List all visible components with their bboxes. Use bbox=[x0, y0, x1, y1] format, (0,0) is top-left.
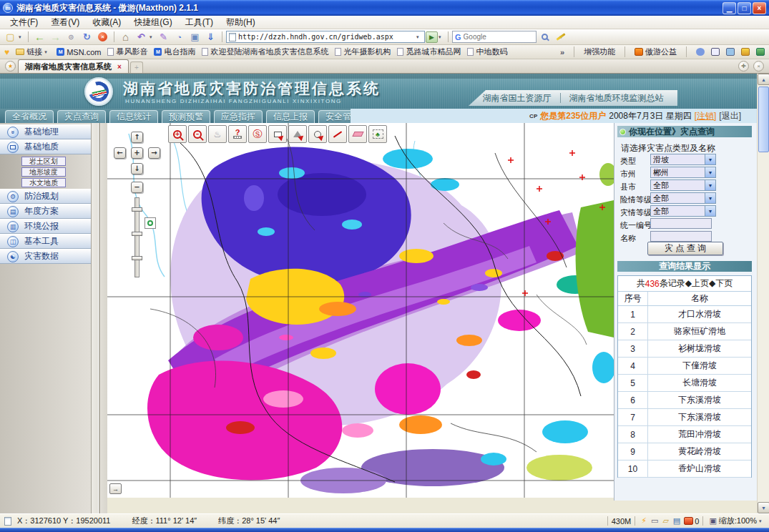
refresh-icon[interactable]: ↻ bbox=[79, 31, 94, 44]
map-scroll-right-button[interactable]: → bbox=[109, 483, 122, 494]
chevron-down-icon[interactable]: ▼ bbox=[705, 179, 716, 191]
chevron-down-icon[interactable]: ▼ bbox=[705, 192, 716, 204]
url-input[interactable] bbox=[238, 33, 414, 41]
search-box[interactable]: G ▾ bbox=[452, 31, 537, 43]
exit-link[interactable]: [退出] bbox=[719, 110, 741, 122]
eraser-tool[interactable] bbox=[348, 125, 367, 143]
zoom-dropdown-icon[interactable]: ▾ bbox=[759, 518, 765, 524]
highlighter-icon[interactable] bbox=[553, 31, 568, 44]
popup-blocker-icon[interactable] bbox=[684, 517, 693, 525]
link-welcome[interactable]: 欢迎登陆湖南省地质灾害信息系统 bbox=[202, 46, 328, 57]
query-button[interactable]: 灾 点 查 询 bbox=[647, 242, 723, 255]
identify-tool[interactable]: ? bbox=[228, 125, 247, 143]
tab-info-report[interactable]: 信息上报 bbox=[266, 110, 315, 123]
table-row[interactable]: 3衫树垅滑坡 bbox=[618, 340, 751, 358]
url-dropdown-icon[interactable]: ▾ bbox=[416, 34, 422, 40]
go-dropdown-icon[interactable]: ▾ bbox=[439, 34, 444, 40]
sidebar-item-prevention-planning[interactable]: ⚙ 防治规划 bbox=[0, 189, 91, 204]
new-tab-button[interactable]: + bbox=[130, 61, 143, 73]
zoom-minus-button[interactable]: − bbox=[131, 182, 143, 193]
disaster-level-select[interactable]: 全部▼ bbox=[650, 205, 716, 217]
table-row[interactable]: 4下僮滑坡 bbox=[618, 358, 751, 375]
home-icon[interactable]: ⌂ bbox=[118, 31, 133, 44]
submenu-rock-soil-zoning[interactable]: 岩土区划 bbox=[21, 157, 66, 166]
paint-icon[interactable] bbox=[741, 48, 750, 56]
pan-center-button[interactable]: + bbox=[131, 147, 143, 159]
pan-right-button[interactable]: → bbox=[148, 147, 160, 159]
next-page-link[interactable]: ◆下页 bbox=[709, 277, 733, 290]
close-button[interactable]: × bbox=[753, 2, 766, 14]
polygon-select-tool[interactable] bbox=[288, 125, 307, 143]
sidebar-splitter[interactable] bbox=[92, 123, 107, 513]
menu-groups[interactable]: 快捷组(G) bbox=[128, 16, 177, 29]
link-geo-monitor[interactable]: 湖南省地质环境监测总站 bbox=[569, 92, 664, 104]
book-icon[interactable]: ▤ bbox=[673, 516, 680, 526]
page-scrollbar[interactable]: ▲ ▼ bbox=[757, 74, 769, 513]
pan-tool[interactable]: ♨ bbox=[208, 125, 227, 143]
zoom-level[interactable]: 缩放:100% bbox=[719, 516, 757, 526]
maxthon-charity-button[interactable]: 傲游公益 bbox=[635, 46, 677, 57]
zoom-slider-knob[interactable] bbox=[132, 256, 142, 260]
locate-button[interactable] bbox=[145, 217, 156, 229]
prev-page-link[interactable]: ◆上页 bbox=[685, 277, 709, 290]
link-baofeng[interactable]: 暴风影音 bbox=[107, 46, 147, 57]
table-row[interactable]: 5长塘滑坡 bbox=[618, 375, 751, 392]
favorites-star-icon[interactable]: ★ bbox=[5, 61, 16, 72]
history-icon[interactable]: ◔ bbox=[172, 31, 187, 44]
circle-select-tool[interactable] bbox=[308, 125, 327, 143]
sidebar-item-annual-plan[interactable]: ▤ 年度方案 bbox=[0, 204, 91, 219]
rect-select-tool[interactable] bbox=[268, 125, 287, 143]
notes-icon[interactable] bbox=[726, 48, 735, 56]
pan-left-button[interactable]: ← bbox=[114, 147, 126, 159]
undo-dropdown-icon[interactable]: ▾ bbox=[150, 34, 155, 40]
splitter-grip[interactable] bbox=[98, 123, 100, 513]
stop-icon[interactable]: × bbox=[95, 31, 110, 44]
submenu-hydrogeology[interactable]: 水文地质 bbox=[21, 178, 66, 187]
tab-emergency-command[interactable]: 应急指挥 bbox=[214, 110, 263, 123]
measure-tool[interactable] bbox=[328, 125, 347, 143]
address-bar[interactable]: ▾ bbox=[226, 31, 425, 43]
pan-up-button[interactable]: ↑ bbox=[131, 132, 143, 143]
favorites-heart-icon[interactable]: ♥ bbox=[4, 47, 9, 57]
links-folder[interactable]: 链接 ▾ bbox=[16, 46, 50, 57]
table-row[interactable]: 2骆家恒矿滑地 bbox=[618, 323, 751, 340]
tab-statistics[interactable]: 信息统计 bbox=[109, 110, 158, 123]
messenger-icon[interactable] bbox=[696, 48, 705, 56]
table-row[interactable]: 10香炉山滑坡 bbox=[618, 460, 751, 478]
name-input[interactable] bbox=[650, 231, 712, 242]
link-land-resources[interactable]: 湖南省国土资源厅 bbox=[483, 92, 552, 104]
unified-id-input[interactable] bbox=[650, 218, 712, 229]
plugin-icon[interactable] bbox=[756, 48, 765, 56]
sidebar-item-environment-bulletin[interactable]: ▥ 环境公报 bbox=[0, 219, 91, 234]
zoom-slider-knob[interactable] bbox=[132, 207, 142, 212]
enhance-button[interactable]: 增强功能 bbox=[584, 46, 615, 57]
scale-tool[interactable]: Ⓢ bbox=[248, 125, 267, 143]
search-icon[interactable] bbox=[537, 31, 552, 44]
tab-close-icon[interactable]: × bbox=[117, 63, 122, 71]
sidebar-item-basic-tools[interactable]: ◫ 基本工具 bbox=[0, 234, 91, 249]
go-icon[interactable]: ▶ bbox=[426, 31, 438, 43]
download-icon[interactable]: ⇓ bbox=[203, 31, 218, 44]
link-photo[interactable]: 光年摄影机构 bbox=[335, 46, 391, 57]
table-row[interactable]: 6下东溪滑坡 bbox=[618, 392, 751, 409]
zoom-out-tool[interactable]: – bbox=[188, 125, 207, 143]
new-page-icon[interactable]: ▢ bbox=[3, 31, 18, 44]
link-city[interactable]: 觅路城市精品网 bbox=[397, 46, 461, 57]
undo-icon[interactable]: ↶ bbox=[134, 31, 149, 44]
link-msn[interactable]: MMSN.com bbox=[57, 48, 101, 56]
geological-map[interactable] bbox=[107, 123, 614, 498]
scroll-up-icon[interactable]: ▲ bbox=[758, 74, 769, 85]
links-overflow-icon[interactable]: » bbox=[560, 48, 564, 56]
city-select[interactable]: 郴州▼ bbox=[650, 167, 716, 178]
restore-button[interactable]: □ bbox=[738, 2, 751, 14]
menu-tools[interactable]: 工具(T) bbox=[180, 16, 219, 29]
chevron-down-icon[interactable]: ▼ bbox=[705, 167, 716, 178]
zoom-slider-knob[interactable] bbox=[132, 232, 142, 236]
submenu-terrain-slope[interactable]: 地形坡度 bbox=[21, 167, 66, 177]
minimize-button[interactable]: ▁ bbox=[723, 2, 736, 14]
scroll-down-icon[interactable]: ▼ bbox=[758, 502, 769, 513]
table-row[interactable]: 9黄花岭滑坡 bbox=[618, 443, 751, 460]
chevron-down-icon[interactable]: ▼ bbox=[705, 205, 716, 217]
menu-view[interactable]: 查看(V) bbox=[45, 16, 85, 29]
media-icon[interactable]: ▣ bbox=[187, 31, 202, 44]
